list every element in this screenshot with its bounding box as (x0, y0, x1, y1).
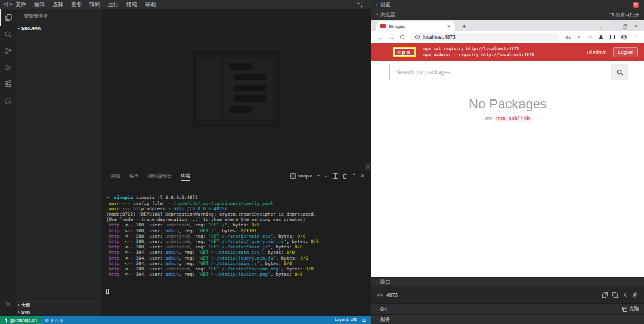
menu-file[interactable]: 文件 (16, 1, 26, 8)
browser-address-bar: ← → i localhost:4873 < ☆ ⋮ (371, 31, 644, 43)
share-icon[interactable]: < (578, 34, 581, 40)
stop-port-icon[interactable] (633, 292, 638, 298)
search-icon[interactable] (0, 26, 16, 42)
browser-tab-strip: Sinopia ✕ + ⌄ — ✕ (371, 20, 644, 31)
folder-sinopia[interactable]: › SINOPIA (16, 24, 101, 32)
terminal-line: warn --- config file - /home/ide/.config… (106, 201, 371, 206)
minimize-icon[interactable]: — (611, 24, 615, 29)
npm-header-banner: npm npm set registry http://localhost:48… (371, 43, 644, 61)
user-avatar[interactable]: 邓 (633, 2, 639, 8)
terminal-line: (node:8722) [DEP0106] DeprecationWarning… (106, 211, 371, 217)
remote-indicator[interactable]: go.titanide.cn (0, 316, 41, 324)
menu-view[interactable]: 查看 (71, 1, 82, 8)
back-icon[interactable]: ← (377, 34, 383, 40)
section-svn[interactable]: › SVN (16, 309, 101, 316)
menu-selection[interactable]: 选择 (52, 1, 63, 8)
terminal-dropdown-icon[interactable]: ⌄ (324, 173, 329, 179)
chevron-right-icon: › (376, 307, 378, 312)
search-submit-button[interactable] (611, 64, 628, 80)
forward-icon[interactable]: → (388, 34, 394, 40)
terminal-line: http <-- 304, user: admin, req: 'GET /-/… (106, 272, 371, 277)
menu-help[interactable]: 帮助 (145, 1, 156, 8)
terminal-line: http <-- 200, user: undefined, req: 'GET… (106, 266, 371, 272)
npm-logo[interactable]: npm (393, 47, 416, 57)
section-services[interactable]: › 服务 (371, 314, 644, 324)
title-bar: <|> 文件 编辑 选择 查看 转到 运行 终端 帮助 (0, 0, 371, 9)
reload-icon[interactable] (400, 34, 405, 40)
explorer-icon[interactable] (0, 9, 16, 26)
tab-output[interactable]: 输出 (129, 171, 139, 180)
terminal-line: http <-- 200, user: admin, req: 'GET /',… (106, 228, 371, 233)
port-row-4873[interactable]: 4873 (371, 286, 644, 303)
terminal-line: warn --- http address - http://0.0.0.0:4… (106, 206, 371, 211)
tab-problems[interactable]: 问题 (111, 171, 120, 180)
copy-address-icon[interactable] (612, 292, 618, 298)
kill-terminal-trash-icon[interactable] (342, 173, 348, 179)
more-actions-icon[interactable]: ··· (89, 14, 96, 20)
terminal-line: http <-- 200, user: undefined, req: 'GET… (106, 233, 371, 239)
tab-debug-console[interactable]: 调试控制台 (148, 171, 172, 180)
menu-go[interactable]: 转到 (89, 1, 100, 8)
terminal-line: (Use `node --trace-deprecation ...` to s… (106, 217, 371, 222)
notifications-bell-icon[interactable] (361, 317, 366, 323)
profile-avatar-icon[interactable] (621, 35, 627, 40)
tab-terminal[interactable]: 终端 (181, 171, 190, 181)
browser-viewport: npm npm set registry http://localhost:48… (371, 43, 644, 277)
restore-icon[interactable] (623, 24, 627, 29)
npm-favicon (380, 24, 386, 28)
extensions-icon[interactable] (0, 76, 16, 92)
logout-button[interactable]: Logout (613, 47, 638, 57)
terminal-output[interactable]: ➜ sinopia sinopia -l 0.0.0.0:4873 warn -… (101, 181, 371, 304)
terminal-line: ➜ sinopia sinopia -l 0.0.0.0:4873 (106, 195, 371, 200)
problems-status[interactable]: ⊘ 0 △ 0 (41, 317, 67, 323)
terminal-line: http <-- 200, user: undefined, req: 'GET… (106, 244, 371, 250)
browser-menu-kebab-icon[interactable]: ⋮ (633, 34, 639, 40)
new-tab-icon[interactable]: + (462, 23, 466, 31)
maximize-panel-icon[interactable]: ⌃ (352, 173, 357, 179)
chevron-down-icon: › (374, 14, 380, 15)
npm-publish-code: npm publish (494, 115, 532, 122)
browser-menu-chevron-icon[interactable]: ⌄ (600, 24, 604, 29)
new-terminal-icon[interactable]: + (317, 173, 320, 179)
keyboard-layout-status[interactable]: Layout: US (335, 317, 357, 322)
git-clone-button[interactable]: 克隆 (622, 306, 639, 313)
open-new-window-button[interactable]: 新窗口打开 (609, 11, 639, 18)
port-settings-gear-icon[interactable] (623, 292, 628, 298)
split-terminal-icon[interactable] (333, 173, 338, 179)
npm-adduser-command: npm adduser --registry http://localhost:… (423, 52, 534, 58)
menu-edit[interactable]: 编辑 (34, 1, 45, 8)
site-info-icon[interactable]: i (415, 35, 420, 39)
section-settings[interactable]: › 设置 邓 (371, 0, 644, 10)
npm-set-registry-command: npm set registry http://localhost:4873 (423, 46, 534, 52)
password-key-icon[interactable] (565, 32, 571, 42)
run-debug-icon[interactable] (0, 59, 16, 76)
terminal-line: http <-- 200, user: undefined, req: 'GET… (106, 239, 371, 244)
editor-area: › (101, 9, 371, 170)
warning-icon: △ (55, 317, 58, 323)
close-panel-icon[interactable]: ✕ (360, 173, 365, 179)
source-control-icon[interactable] (0, 42, 16, 59)
url-omnibox[interactable]: i localhost:4873 (410, 33, 559, 41)
section-browser[interactable]: › 浏览器 新窗口打开 (371, 10, 644, 20)
port-number: 4873 (386, 292, 398, 298)
reading-mode-icon[interactable] (610, 35, 615, 39)
open-in-browser-icon[interactable] (602, 292, 608, 298)
tab-close-icon[interactable]: ✕ (447, 24, 451, 29)
timeline-clock-icon[interactable] (0, 92, 16, 109)
bookmark-star-icon[interactable]: ☆ (587, 34, 592, 40)
menu-terminal[interactable]: 终端 (126, 1, 137, 8)
right-panel: › 设置 邓 › 浏览器 新窗口打开 Sinopia ✕ + ⌄ — ✕ ← → (371, 0, 644, 324)
browser-tab-sinopia[interactable]: Sinopia ✕ (376, 21, 455, 31)
section-ports[interactable]: › 端口 (371, 277, 644, 286)
sidebar-title: 资源管理器 (24, 13, 48, 20)
menu-run[interactable]: 运行 (108, 1, 119, 8)
settings-gear-icon[interactable] (0, 295, 16, 312)
extension-flask-icon[interactable] (599, 35, 603, 39)
section-outline[interactable]: › 大纲 (16, 301, 101, 309)
section-git[interactable]: › Git 克隆 (371, 303, 644, 314)
chevron-right-icon: › (376, 2, 378, 8)
terminal-session-select[interactable]: sinopia (290, 173, 312, 179)
package-search-input[interactable] (389, 64, 611, 80)
chevron-right-icon: › (18, 303, 20, 308)
window-close-icon[interactable]: ✕ (634, 24, 638, 29)
